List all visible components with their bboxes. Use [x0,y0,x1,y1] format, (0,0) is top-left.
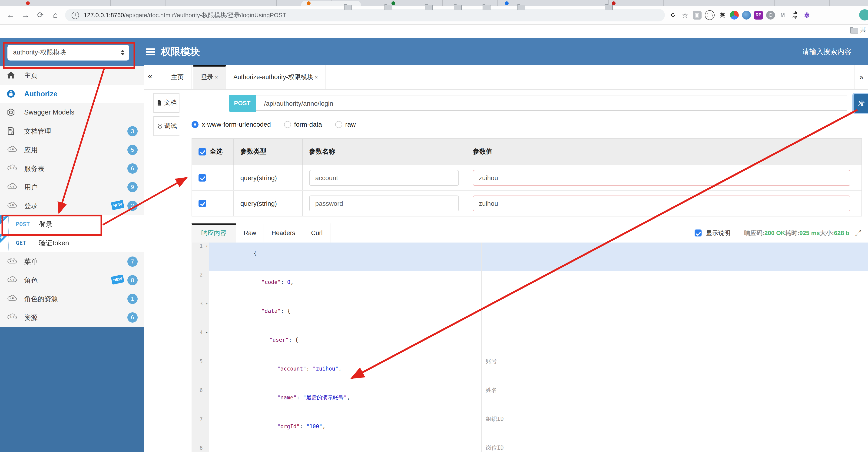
browser-extension-icon[interactable]: ● [730,11,739,20]
sidebar-item-resource[interactable]: API 资源 6 [0,308,144,327]
select-all-checkbox[interactable] [198,148,206,156]
sidebar-item-menu[interactable]: API 菜单 7 [0,252,144,272]
tab-response-content[interactable]: 响应内容 [191,223,236,243]
sidebar-item-role[interactable]: API 角色 NEW 8 [0,271,144,290]
svg-text:API: API [9,148,14,151]
line-number[interactable]: 3▾ [191,300,209,329]
bug-icon [156,123,163,130]
module-select[interactable]: authority-权限模块 [7,45,129,60]
browser-extension-icon[interactable]: Git Zip [790,11,799,20]
param-value-input[interactable]: zuihou [473,170,850,186]
sidebar-item-service-table[interactable]: API 服务表 6 [0,159,144,178]
bookmark-icon [384,5,393,10]
browser-extension-icon[interactable]: O [766,11,775,20]
bookmark-icon [517,5,525,10]
sidebar-item-get-verify-token[interactable]: NEW GET 验证token [0,234,144,253]
line-number[interactable]: 1▾ [191,243,209,272]
line-number[interactable]: 2 [191,272,209,300]
tree-guide-line [8,215,9,252]
sidebar-item-role-resource[interactable]: API 角色的资源 1 [0,289,144,309]
home-icon[interactable]: ⌂ [49,9,61,21]
profile-avatar[interactable] [859,9,868,21]
line-number[interactable]: 6 [191,387,209,416]
line-number[interactable]: 8 [191,445,209,452]
browser-extension-icon[interactable]: M [778,11,787,20]
browser-extension-icon[interactable]: ✲ [802,11,811,20]
bookmark-item-overflow[interactable]: 其 [850,26,866,34]
response-tab-bar: 响应内容 Raw Headers Curl 显示说明 响应码:200 OK耗时:… [191,223,868,243]
sidebar-item-swagger-models[interactable]: Swagger Models [0,103,144,122]
fold-caret-icon[interactable]: ▾ [206,301,208,308]
close-icon[interactable]: × [215,74,218,81]
fullscreen-icon[interactable]: ↗↙ [855,230,862,236]
browser-extension-icon[interactable]: {…} [705,10,715,20]
radio-icon[interactable] [191,121,198,128]
address-bar[interactable]: i 127.0.0.1:8760/api/gate/doc.html#/auth… [65,9,665,21]
reload-icon[interactable]: ⟳ [34,9,46,21]
param-value-input[interactable]: zuihou [473,196,850,211]
fold-caret-icon[interactable]: ▾ [206,330,208,337]
new-ribbon-icon: NEW [0,234,9,243]
svg-text:API: API [9,204,14,207]
row-checkbox[interactable] [198,200,206,207]
site-info-icon[interactable]: i [71,11,79,19]
body-type-radio[interactable]: raw [335,120,356,128]
close-icon[interactable]: × [315,74,318,81]
sidebar-item-login-group[interactable]: API 登录 NEW 2 [0,196,144,216]
param-name-input[interactable]: password [309,196,459,211]
response-meta: 显示说明 响应码:200 OK耗时:925 ms大小:628 b ↗↙ [694,223,862,243]
row-checkbox[interactable] [198,174,206,181]
tab-login[interactable]: 登录× [193,65,226,89]
sidebar-footer-fill [0,327,144,452]
json-response-viewer[interactable]: 1▾ { 2 "code": 0, 3▾ "data": { [191,243,868,452]
fold-caret-icon[interactable]: ▾ [206,243,208,250]
sidebar-item-user[interactable]: API 用户 9 [0,178,144,197]
browser-extension-icon[interactable]: RP [754,11,763,20]
sidebar-item-authorize[interactable]: Authorize [0,85,144,104]
tab-headers[interactable]: Headers [264,223,303,243]
line-number[interactable]: 5 [191,358,209,387]
browser-extension-icon[interactable]: 英 [718,11,727,20]
radio-icon[interactable] [335,121,342,128]
show-desc-checkbox[interactable] [694,229,702,236]
content-tab-bar: « 主页 登录× Authorize-authority-权限模块× » [144,65,868,90]
tab-debug[interactable]: 调试 [153,116,180,136]
tab-home[interactable]: 主页 [164,65,191,89]
sidebar-item-home[interactable]: 主页 [0,66,144,85]
api-cloud-icon: API [6,257,18,266]
tab-raw[interactable]: Raw [236,223,264,243]
collapse-tabs-button[interactable]: « [148,72,152,81]
hamburger-menu-icon[interactable] [146,49,155,57]
param-name-input[interactable]: account [309,170,459,186]
browser-extension-icon[interactable] [742,11,751,20]
line-number[interactable]: 7 [191,416,209,445]
count-badge: 6 [127,312,137,322]
back-icon[interactable]: ← [5,9,17,21]
tab-curl[interactable]: Curl [303,223,331,243]
request-url-field[interactable]: /api/authority/anno/login [256,95,847,111]
send-button[interactable]: 发 [854,94,868,113]
browser-extension-icon[interactable]: ☆ [681,11,689,20]
module-select-value: authority-权限模块 [13,49,66,57]
expand-tabs-button[interactable]: » [855,65,868,89]
tab-authorize-module[interactable]: Authorize-authority-权限模块× [226,65,326,89]
sidebar-item-doc-manage[interactable]: 文档管理 3 [0,122,144,141]
lock-icon [6,89,18,99]
browser-extension-icon[interactable]: ▣ [693,11,702,20]
method-badge: POST [229,95,256,112]
api-cloud-icon: API [6,294,18,304]
param-row: query(string) password zuihou [192,190,862,216]
body-type-radio[interactable]: form-data [284,120,322,128]
browser-extension-icon[interactable]: G [669,11,677,20]
document-gear-icon [6,126,18,136]
forward-icon[interactable]: → [20,9,32,21]
sidebar-item-app[interactable]: API 应用 5 [0,141,144,160]
radio-icon[interactable] [284,121,291,128]
sidebar-item-post-login[interactable]: NEW POST 登录 [0,215,144,234]
body-type-radio[interactable]: x-www-form-urlencoded [191,120,271,128]
header-search-input[interactable]: 请输入搜索内容 [802,48,851,56]
count-badge: 1 [127,294,137,304]
line-number[interactable]: 4▾ [191,329,209,358]
tab-document[interactable]: 文档 [153,93,180,113]
browser-tab-strip[interactable] [0,0,868,6]
